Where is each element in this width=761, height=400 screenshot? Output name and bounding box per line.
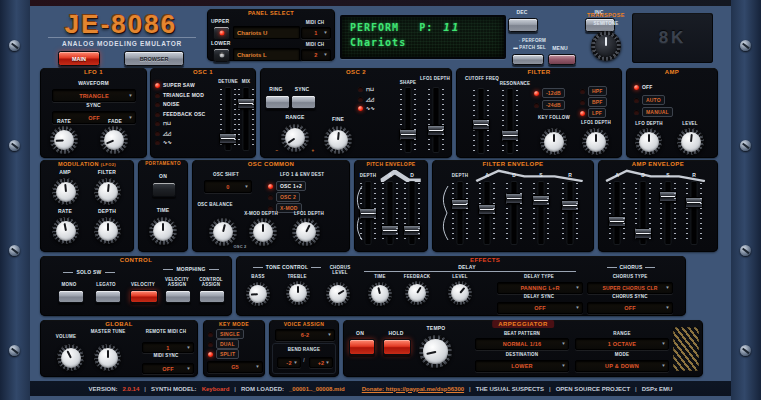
filter-attack-slider[interactable] — [479, 182, 495, 244]
upper-patch-field[interactable]: Chariots U — [233, 26, 300, 39]
treble-knob[interactable] — [286, 281, 310, 305]
mod-rate-knob[interactable] — [52, 217, 79, 244]
osc1-option-triangle-mod[interactable]: TRIANGLE MOD — [155, 93, 204, 98]
cutoff-slider[interactable] — [473, 89, 489, 153]
chorus-type-select[interactable]: SUPER CHORUS CLR▼ — [587, 282, 673, 294]
filter-release-slider[interactable] — [562, 182, 578, 244]
arp-range-select[interactable]: 1 OCTAVE▼ — [575, 338, 669, 350]
key-mode-single[interactable]: SINGLE — [208, 329, 244, 339]
osc1-option-pulse-wave[interactable]: ⊓⊔ — [155, 121, 171, 126]
legato-button[interactable] — [95, 290, 121, 303]
destination-select[interactable]: LOWER▼ — [475, 360, 569, 372]
lower-midi-ch-select[interactable]: 2▼ — [301, 49, 331, 61]
osc-sync-button[interactable] — [291, 95, 316, 109]
dest-osc-2[interactable]: OSC 2 — [268, 192, 300, 202]
ring-button[interactable] — [265, 95, 290, 109]
amp-release-slider[interactable] — [686, 182, 702, 244]
tempo-knob[interactable] — [419, 335, 452, 368]
filter-type-bpf[interactable]: BPF — [580, 97, 607, 107]
delay-sync-select[interactable]: OFF▼ — [497, 302, 583, 314]
lower-select-button[interactable] — [213, 48, 230, 62]
delay-type-select[interactable]: PANNING L+R▼ — [497, 282, 583, 294]
pitch-decay-slider[interactable] — [404, 182, 420, 244]
remote-midi-ch-select[interactable]: 1▼ — [142, 342, 194, 353]
osc2-lfo1-depth-slider[interactable] — [428, 88, 444, 152]
osc1-option-noise[interactable]: NOISE — [155, 102, 180, 107]
filter-depth-slider[interactable] — [452, 182, 468, 244]
amp-attack-slider[interactable] — [609, 182, 625, 244]
feedback-knob[interactable] — [405, 281, 429, 305]
x-mod-depth-knob[interactable] — [249, 218, 277, 246]
osc1-mix-slider[interactable] — [238, 88, 254, 150]
amp-lfo-depth-knob[interactable] — [635, 128, 662, 155]
bend-up-select[interactable]: +2▼ — [309, 357, 333, 368]
filter-sustain-slider[interactable] — [533, 182, 549, 244]
osc2-range-knob[interactable] — [281, 124, 309, 152]
main-tab-button[interactable]: MAIN — [58, 51, 100, 66]
portamento-on-button[interactable] — [152, 182, 176, 197]
semitone-knob[interactable] — [591, 31, 621, 61]
browser-tab-button[interactable]: BROWSER — [124, 51, 184, 66]
filter-type-lpf[interactable]: LPF — [580, 108, 606, 118]
osc2-wave-pulse[interactable]: ⊓⊔ — [358, 87, 374, 92]
menu-button[interactable] — [548, 54, 576, 65]
portamento-time-knob[interactable] — [149, 217, 177, 245]
amp-mode-off[interactable]: OFF — [634, 85, 653, 90]
master-tune-knob[interactable] — [94, 344, 121, 371]
perform-patchsel-button[interactable] — [512, 54, 544, 65]
bass-knob[interactable] — [246, 282, 270, 306]
split-point-select[interactable]: G5▼ — [207, 361, 263, 373]
amp-sustain-slider[interactable] — [660, 182, 676, 244]
chorus-level-knob[interactable] — [326, 282, 350, 306]
lfo1-fade-knob[interactable] — [100, 126, 128, 154]
dest-osc-1-2[interactable]: OSC 1+2 — [268, 181, 306, 191]
osc1-detune-slider[interactable] — [220, 88, 236, 150]
velocity-assign-button[interactable] — [165, 290, 191, 303]
osc1-option-feedback-osc[interactable]: FEEDBACK OSC — [155, 112, 205, 117]
donate-link[interactable]: Donate: https://paypal.me/dsp56300 — [362, 386, 464, 392]
key-follow-knob[interactable] — [540, 128, 567, 155]
upper-select-button[interactable] — [213, 26, 230, 40]
osc-shift-select[interactable]: 0▼ — [204, 180, 252, 193]
control-assign-button[interactable] — [199, 290, 225, 303]
filter-slope-12db[interactable]: -12dB — [534, 88, 565, 98]
osc2-wave-saw[interactable]: ◿◿ — [358, 97, 374, 102]
arp-mode-select[interactable]: UP & DOWN▼ — [575, 360, 669, 372]
osc2-wave-tri[interactable]: ∿∿ — [358, 106, 375, 111]
osc2-shape-slider[interactable] — [400, 88, 416, 152]
delay-level-knob[interactable] — [448, 281, 472, 305]
key-mode-dual[interactable]: DUAL — [208, 339, 239, 349]
volume-knob[interactable] — [57, 344, 84, 371]
amp-level-knob[interactable] — [677, 128, 704, 155]
filter-decay-slider[interactable] — [506, 182, 522, 244]
amp-decay-slider[interactable] — [635, 182, 651, 244]
lfo1-waveform-select[interactable]: TRIANGLE▼ — [52, 89, 136, 102]
midi-sync-select[interactable]: OFF▼ — [142, 363, 194, 374]
osc1-option-tri-wave[interactable]: ∿∿ — [155, 140, 172, 145]
osc2-fine-knob[interactable] — [324, 126, 352, 154]
filter-lfo1-depth-knob[interactable] — [582, 128, 609, 155]
arp-hold-button[interactable] — [383, 339, 411, 355]
voice-assign-select[interactable]: 6-2▼ — [275, 329, 335, 341]
pitch-depth-slider[interactable] — [360, 182, 376, 244]
common-lfo1-depth-knob[interactable] — [292, 218, 320, 246]
mod-amp-knob[interactable] — [52, 178, 79, 205]
dec-button[interactable] — [508, 18, 538, 32]
mono-button[interactable] — [58, 290, 84, 303]
filter-slope-24db[interactable]: -24dB — [534, 100, 565, 110]
chorus-sync-select[interactable]: OFF▼ — [587, 302, 673, 314]
bend-down-select[interactable]: -2▼ — [277, 357, 301, 368]
beat-pattern-select[interactable]: NORMAL 1/16▼ — [475, 338, 569, 350]
amp-mode-manual[interactable]: MANUAL — [634, 107, 673, 117]
lower-patch-field[interactable]: Chariots L — [233, 48, 300, 61]
amp-mode-auto[interactable]: AUTO — [634, 95, 665, 105]
mod-filter-knob[interactable] — [94, 178, 121, 205]
key-mode-split[interactable]: SPLIT — [208, 349, 239, 359]
arp-on-button[interactable] — [349, 339, 375, 355]
osc-balance-knob[interactable] — [209, 218, 237, 246]
pitch-attack-slider[interactable] — [382, 182, 398, 244]
osc1-option-super-saw[interactable]: SUPER SAW — [155, 83, 195, 88]
osc1-option-saw-wave[interactable]: ◿◿ — [155, 131, 171, 136]
lfo1-rate-knob[interactable] — [50, 126, 78, 154]
velocity-button[interactable] — [130, 290, 158, 303]
